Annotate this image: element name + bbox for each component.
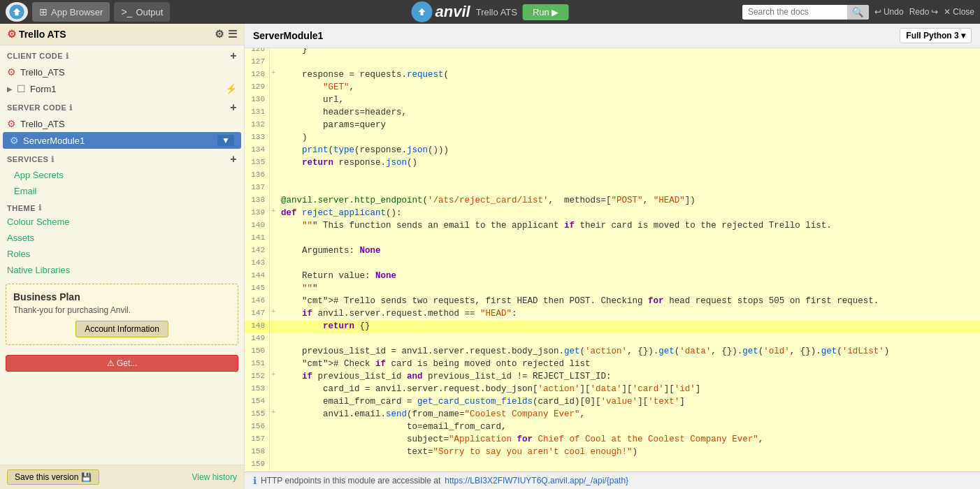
line-code[interactable]: params=query xyxy=(277,119,386,132)
line-code[interactable] xyxy=(277,333,287,346)
line-code[interactable]: anvil.email.send(from_name="Coolest Comp… xyxy=(277,409,585,421)
line-code[interactable]: subject="Application for Chief of Cool a… xyxy=(277,434,763,446)
home-logo-button[interactable] xyxy=(6,2,28,22)
code-line: 154 email_from_card = get_card_custom_fi… xyxy=(245,396,980,409)
code-line: 149 xyxy=(245,333,980,346)
redo-button[interactable]: Redo ↪ xyxy=(909,7,939,17)
line-dot xyxy=(270,434,277,446)
line-code[interactable]: """ xyxy=(277,283,318,295)
line-code[interactable]: @anvil.server.http_endpoint('/ats/reject… xyxy=(277,195,696,207)
account-info-button[interactable]: Account Information xyxy=(75,321,168,337)
line-code[interactable]: ) xyxy=(277,132,308,145)
line-code[interactable]: text="Sorry to say you aren't cool enoug… xyxy=(277,446,637,459)
line-code[interactable]: """ This function sends an email to the … xyxy=(277,220,832,233)
form1-chevron: ▶ xyxy=(7,85,13,93)
python-version-selector[interactable]: Full Python 3 ▾ xyxy=(900,28,972,43)
sidebar-link-colour-scheme[interactable]: Colour Scheme xyxy=(0,214,244,230)
services-info-icon[interactable]: ℹ xyxy=(51,155,55,164)
servermodule1-dropdown[interactable]: ▼ xyxy=(217,135,234,146)
line-code[interactable] xyxy=(277,182,287,195)
sidebar-link-assets[interactable]: Assets xyxy=(0,230,244,246)
run-label: Run ▶ xyxy=(533,7,559,17)
footer-url-link[interactable]: https://LBI3X2FIW7IUYT6Q.anvil.app/_/api… xyxy=(445,476,628,486)
settings-icon[interactable]: ⚙ xyxy=(215,28,224,41)
red-action-button[interactable]: ⚠ Get... xyxy=(6,355,238,372)
server-code-info-icon[interactable]: ℹ xyxy=(69,103,73,112)
line-code[interactable]: print(type(response.json())) xyxy=(277,145,449,157)
line-code[interactable]: url, xyxy=(277,94,344,107)
line-code[interactable]: "cmt"># Trello sends two requests, first… xyxy=(277,295,879,308)
line-dot xyxy=(270,384,277,396)
line-code[interactable]: "GET", xyxy=(277,82,354,94)
code-line: 156 to=email_from_card, xyxy=(245,421,980,434)
add-client-code-icon[interactable]: + xyxy=(230,50,237,62)
line-code[interactable]: return response.json() xyxy=(277,157,417,170)
sidebar-item-trello-ats-server[interactable]: ⚙ Trello_ATS xyxy=(0,115,244,132)
line-code[interactable]: } xyxy=(277,48,308,57)
line-code[interactable] xyxy=(277,233,287,245)
line-code[interactable]: card_id = anvil.server.request.body_json… xyxy=(277,384,700,396)
line-code[interactable]: def reject_applicant(): xyxy=(277,207,402,220)
server-code-label: SERVER CODE xyxy=(7,103,66,112)
run-button[interactable]: Run ▶ xyxy=(523,4,568,20)
sidebar-item-trello-ats-client[interactable]: ⚙ Trello_ATS xyxy=(0,64,244,80)
line-code[interactable]: email_from_card = get_card_custom_fields… xyxy=(277,396,685,409)
top-right-actions: 🔍 ↩ Undo Redo ↪ ✕ Close xyxy=(742,5,974,20)
app-name: Trello ATS xyxy=(476,7,517,17)
line-code[interactable] xyxy=(277,459,287,472)
code-line: 139+def reject_applicant(): xyxy=(245,207,980,220)
line-code[interactable]: Arguments: None xyxy=(277,245,381,258)
line-code[interactable]: previous_list_id = anvil.server.request.… xyxy=(277,346,889,358)
app-browser-tab[interactable]: ⊞ App Browser xyxy=(32,2,110,22)
line-dot xyxy=(270,358,277,371)
undo-button[interactable]: ↩ Undo xyxy=(874,7,904,17)
output-icon: >_ xyxy=(121,6,132,17)
line-number: 139 xyxy=(245,207,270,220)
line-code[interactable] xyxy=(277,258,287,270)
sidebar-link-app-secrets[interactable]: App Secrets xyxy=(0,167,244,183)
line-code[interactable]: to=email_from_card, xyxy=(277,421,507,434)
trello-ats-server-icon: ⚙ xyxy=(7,118,16,129)
search-input[interactable] xyxy=(742,5,847,19)
line-code[interactable]: Return value: None xyxy=(277,270,396,283)
code-line: 134 print(type(response.json())) xyxy=(245,145,980,157)
code-line: 143 xyxy=(245,258,980,270)
line-dot xyxy=(270,195,277,207)
gear-icon[interactable]: ☰ xyxy=(228,28,237,41)
sidebar-item-servermodule1[interactable]: ⚙ ServerModule1 ▼ xyxy=(3,132,241,149)
theme-info-icon[interactable]: ℹ xyxy=(38,203,42,212)
line-code[interactable]: "cmt"># Check if card is being moved ont… xyxy=(277,358,591,371)
client-code-info-icon[interactable]: ℹ xyxy=(66,52,69,61)
line-code[interactable]: if anvil.server.request.method == "HEAD"… xyxy=(277,308,517,321)
search-box[interactable]: 🔍 xyxy=(742,5,869,20)
line-number: 150 xyxy=(245,346,270,358)
close-button[interactable]: ✕ Close xyxy=(944,7,974,17)
code-line: 142 Arguments: None xyxy=(245,245,980,258)
line-code[interactable] xyxy=(277,170,287,182)
line-code[interactable] xyxy=(277,57,287,69)
line-dot: + xyxy=(270,308,277,321)
code-area[interactable]: 119+ headers = {120 "Accept": "applicati… xyxy=(245,48,980,472)
sidebar-link-native-libraries[interactable]: Native Libraries xyxy=(0,262,244,278)
search-button[interactable]: 🔍 xyxy=(847,5,869,20)
line-number: 157 xyxy=(245,434,270,446)
line-code[interactable]: if previous_list_id and previous_list_id… xyxy=(277,371,612,384)
output-tab[interactable]: >_ Output xyxy=(114,2,170,22)
line-code[interactable]: headers=headers, xyxy=(277,107,407,119)
add-server-code-icon[interactable]: + xyxy=(230,101,237,114)
add-services-icon[interactable]: + xyxy=(230,153,237,166)
save-version-button[interactable]: Save this version 💾 xyxy=(7,469,99,485)
line-number: 138 xyxy=(245,195,270,207)
line-code[interactable]: response = requests.request( xyxy=(277,69,449,82)
editor-area: ServerModule1 Full Python 3 ▾ 119+ heade… xyxy=(245,24,980,489)
sidebar-link-email[interactable]: Email xyxy=(0,183,244,199)
line-code[interactable]: return {} xyxy=(277,321,370,333)
sidebar: ⚙ Trello ATS ⚙ ☰ CLIENT CODE ℹ + ⚙ Trell… xyxy=(0,24,245,489)
undo-label: Undo xyxy=(884,7,904,17)
business-plan-desc: Thank-you for purchasing Anvil. xyxy=(13,305,231,315)
line-number: 134 xyxy=(245,145,270,157)
sidebar-link-roles[interactable]: Roles xyxy=(0,246,244,262)
sidebar-item-form1[interactable]: ▶ ☐ Form1 ⚡ xyxy=(0,80,244,97)
line-number: 126 xyxy=(245,48,270,57)
view-history-link[interactable]: View history xyxy=(192,472,237,482)
